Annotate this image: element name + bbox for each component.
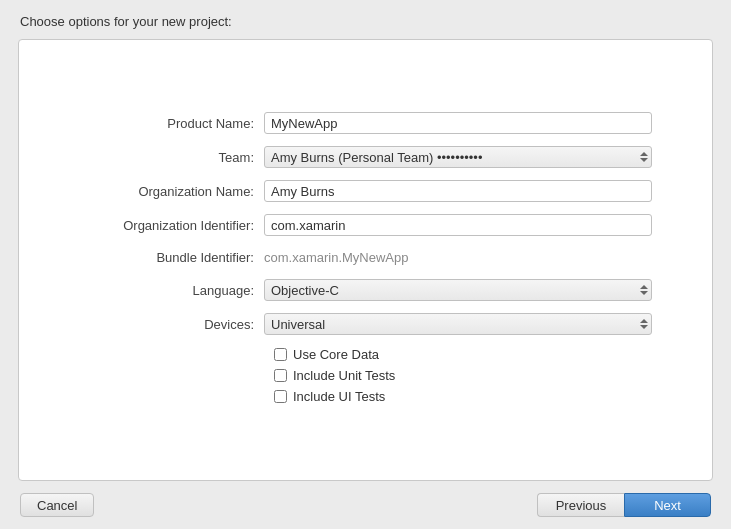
org-id-row: Organization Identifier: [79,214,652,236]
use-core-data-checkbox[interactable] [274,348,287,361]
org-name-row: Organization Name: [79,180,652,202]
cancel-button[interactable]: Cancel [20,493,94,517]
devices-select[interactable]: Universal iPhone iPad [264,313,652,335]
include-ui-tests-label: Include UI Tests [293,389,385,404]
include-unit-tests-label: Include Unit Tests [293,368,395,383]
form-area: Product Name: Team: Amy Burns (Personal … [19,82,712,438]
bundle-id-row: Bundle Identifier: com.xamarin.MyNewApp [79,248,652,267]
team-row: Team: Amy Burns (Personal Team) ••••••••… [79,146,652,168]
team-select[interactable]: Amy Burns (Personal Team) •••••••••• [264,146,652,168]
bundle-id-value: com.xamarin.MyNewApp [264,248,409,267]
header-title: Choose options for your new project: [20,14,232,29]
bundle-id-label: Bundle Identifier: [79,250,264,265]
team-label: Team: [79,150,264,165]
team-select-wrapper: Amy Burns (Personal Team) •••••••••• [264,146,652,168]
checkboxes-area: Use Core Data Include Unit Tests Include… [274,347,652,404]
main-window: Choose options for your new project: Pro… [0,0,731,529]
org-name-input[interactable] [264,180,652,202]
header: Choose options for your new project: [0,0,731,39]
product-name-label: Product Name: [79,116,264,131]
include-unit-tests-row: Include Unit Tests [274,368,652,383]
language-label: Language: [79,283,264,298]
footer: Cancel Previous Next [0,481,731,529]
next-button[interactable]: Next [624,493,711,517]
include-unit-tests-checkbox[interactable] [274,369,287,382]
use-core-data-label: Use Core Data [293,347,379,362]
language-row: Language: Objective-C Swift [79,279,652,301]
devices-row: Devices: Universal iPhone iPad [79,313,652,335]
main-panel: Product Name: Team: Amy Burns (Personal … [18,39,713,481]
devices-label: Devices: [79,317,264,332]
nav-buttons: Previous Next [537,493,711,517]
org-id-input[interactable] [264,214,652,236]
language-select-wrapper: Objective-C Swift [264,279,652,301]
org-id-label: Organization Identifier: [79,218,264,233]
language-select[interactable]: Objective-C Swift [264,279,652,301]
product-name-input[interactable] [264,112,652,134]
product-name-row: Product Name: [79,112,652,134]
use-core-data-row: Use Core Data [274,347,652,362]
previous-button[interactable]: Previous [537,493,624,517]
include-ui-tests-row: Include UI Tests [274,389,652,404]
devices-select-wrapper: Universal iPhone iPad [264,313,652,335]
include-ui-tests-checkbox[interactable] [274,390,287,403]
org-name-label: Organization Name: [79,184,264,199]
